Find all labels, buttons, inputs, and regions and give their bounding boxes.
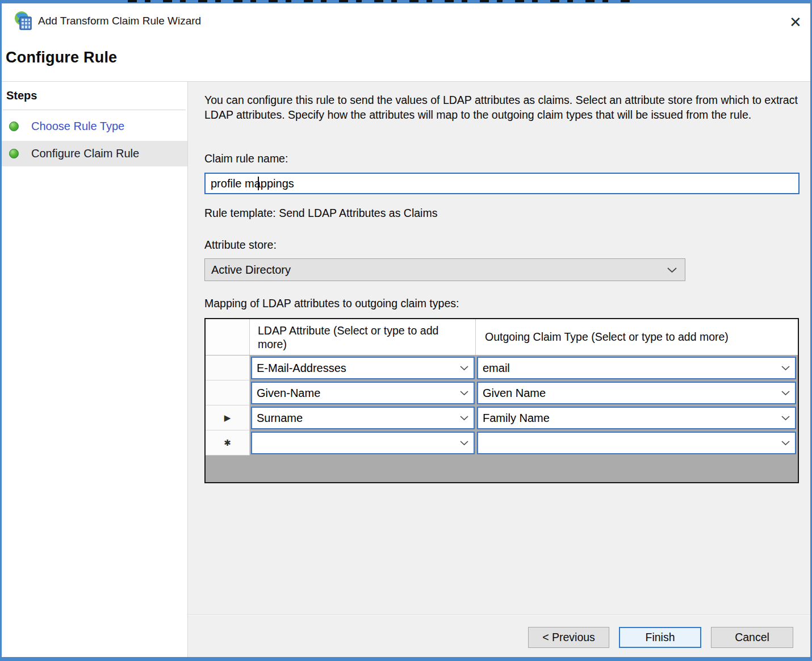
chevron-down-icon (781, 391, 790, 396)
chevron-down-icon (460, 366, 468, 371)
text-caret (258, 177, 259, 190)
chevron-down-icon (781, 441, 790, 446)
attribute-store-label: Attribute store: (204, 239, 277, 252)
ldap-attribute-combobox-row3[interactable]: Surname (251, 407, 475, 429)
column-header-outgoing-claim-type: Outgoing Claim Type (Select or type to a… (476, 319, 797, 355)
chevron-down-icon (667, 267, 677, 273)
sidebar-item-choose-rule-type[interactable]: Choose Rule Type (2, 114, 187, 139)
step-label: Choose Rule Type (31, 120, 124, 133)
combobox-value: email (483, 362, 510, 375)
ldap-attribute-combobox-row2[interactable]: Given-Name (251, 382, 475, 404)
attribute-store-dropdown[interactable]: Active Directory (204, 258, 685, 281)
footer-divider (188, 614, 810, 616)
page-title: Configure Rule (6, 49, 117, 66)
attribute-store-value: Active Directory (211, 263, 291, 277)
chevron-down-icon (781, 416, 790, 421)
chevron-down-icon (460, 441, 468, 446)
combobox-value: Given Name (483, 387, 546, 400)
adfs-wizard-icon (13, 10, 34, 31)
row-selector-cell[interactable] (206, 355, 250, 380)
step-status-dot-icon (9, 122, 19, 131)
steps-divider (3, 110, 186, 110)
grid-corner-cell (206, 319, 250, 355)
grid-empty-area (206, 455, 798, 482)
main-panel: You can configure this rule to send the … (188, 82, 810, 657)
combobox-value: Surname (257, 412, 303, 425)
combobox-value: Family Name (483, 412, 550, 425)
table-row: E-Mail-Addresses email (206, 355, 798, 380)
step-status-dot-icon (9, 149, 19, 158)
table-row: Given-Name Given Name (206, 380, 798, 405)
finish-button-label: Finish (645, 631, 675, 644)
window-border-bottom (0, 657, 812, 661)
ldap-attribute-combobox-row1[interactable]: E-Mail-Addresses (251, 357, 475, 379)
close-icon: ✕ (789, 14, 802, 31)
chevron-down-icon (460, 391, 468, 396)
chevron-down-icon (781, 366, 790, 371)
mapping-grid-label: Mapping of LDAP attributes to outgoing c… (204, 297, 459, 310)
previous-button[interactable]: < Previous (528, 627, 609, 648)
step-label: Configure Claim Rule (31, 147, 139, 160)
row-selector-cell-new[interactable]: ✱ (206, 430, 250, 455)
row-selector-cell-current[interactable]: ▶ (206, 405, 250, 430)
rule-template-text: Rule template: Send LDAP Attributes as C… (204, 207, 437, 220)
cancel-button[interactable]: Cancel (711, 627, 793, 648)
grid-header-row: LDAP Attribute (Select or type to add mo… (206, 319, 798, 355)
steps-heading: Steps (6, 89, 37, 102)
finish-button[interactable]: Finish (619, 627, 701, 648)
outgoing-claim-combobox-row4[interactable] (477, 432, 796, 454)
cancel-button-label: Cancel (735, 631, 769, 644)
claim-rule-name-input[interactable] (204, 173, 800, 194)
outgoing-claim-combobox-row3[interactable]: Family Name (477, 407, 796, 429)
combobox-value: E-Mail-Addresses (257, 362, 346, 375)
previous-button-label: < Previous (542, 631, 595, 644)
chevron-down-icon (460, 416, 468, 421)
title-bar: Add Transform Claim Rule Wizard ✕ (2, 3, 810, 37)
wizard-dialog: Add Transform Claim Rule Wizard ✕ Config… (0, 0, 812, 661)
mapping-grid: LDAP Attribute (Select or type to add mo… (204, 318, 799, 483)
rule-description-text: You can configure this rule to send the … (204, 93, 802, 122)
steps-sidebar: Steps Choose Rule Type Configure Claim R… (2, 82, 187, 657)
outgoing-claim-combobox-row2[interactable]: Given Name (477, 382, 796, 404)
claim-rule-name-label: Claim rule name: (204, 152, 288, 165)
window-title: Add Transform Claim Rule Wizard (38, 15, 201, 27)
row-selector-cell[interactable] (206, 380, 250, 405)
clipped-background-text (128, 0, 630, 2)
outgoing-claim-combobox-row1[interactable]: email (477, 357, 796, 379)
sidebar-item-configure-claim-rule[interactable]: Configure Claim Rule (2, 141, 187, 166)
close-button[interactable]: ✕ (784, 11, 807, 33)
ldap-attribute-combobox-row4[interactable] (251, 432, 475, 454)
table-row-current: ▶ Surname Family Name (206, 405, 798, 430)
combobox-value: Given-Name (257, 387, 320, 400)
column-header-ldap-attribute: LDAP Attribute (Select or type to add mo… (250, 319, 476, 355)
table-row-new: ✱ (206, 430, 798, 455)
